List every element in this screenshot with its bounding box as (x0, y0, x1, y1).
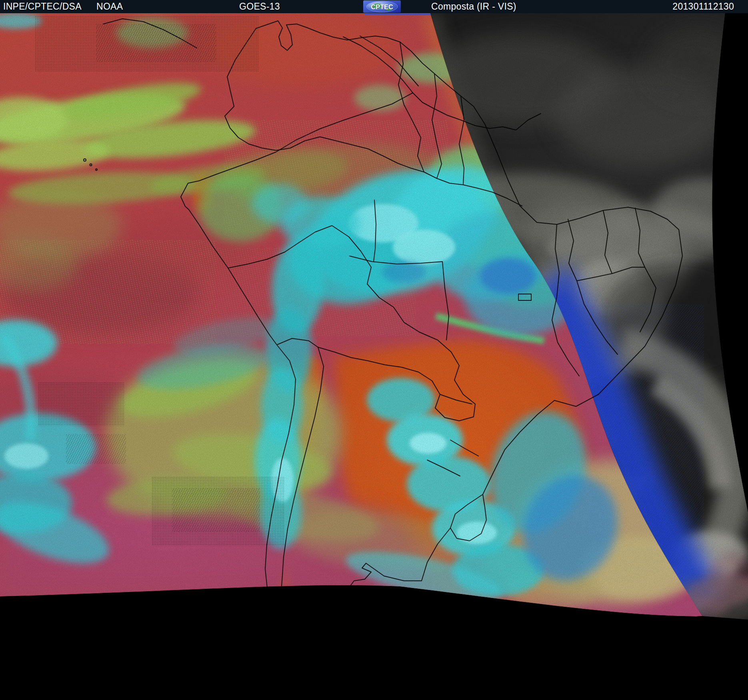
agency-label: NOAA (96, 2, 123, 12)
satellite-composite-image (0, 13, 748, 700)
timestamp-label: 201301112130 (672, 2, 734, 12)
institution-label: INPE/CPTEC/DSA (3, 2, 82, 12)
cptec-logo-text: CPTEC (371, 3, 393, 10)
cptec-logo-icon: CPTEC (363, 0, 401, 13)
product-label: Composta (IR - VIS) (431, 2, 516, 12)
satellite-label: GOES-13 (239, 2, 280, 12)
header-bar: INPE/CPTEC/DSA NOAA GOES-13 CPTEC Compos… (0, 0, 748, 13)
